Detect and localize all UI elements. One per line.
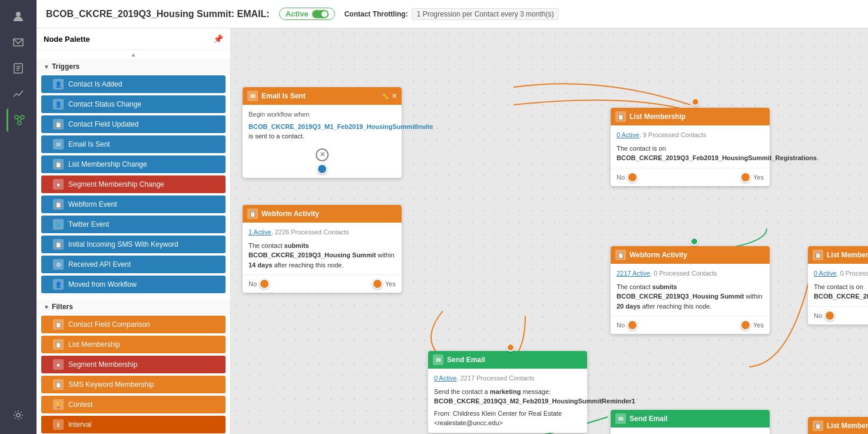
sms-keyword-icon: 📋	[53, 239, 64, 250]
webform-1-body: 1 Active, 2226 Processed Contacts The co…	[243, 223, 402, 274]
trigger-contact-added-label: Contact Is Added	[68, 80, 122, 88]
email-is-sent-node-icon: ✉	[247, 91, 258, 101]
campaign-link[interactable]: BCOB_CKCRE_2019Q3_M1_Feb2019_HousingSumm…	[249, 123, 433, 130]
contact-field-comparison-icon: 📋	[53, 319, 64, 330]
nav-icon-settings[interactable]	[6, 403, 30, 427]
list-membership-2-stats: 0 Active, 0 Processed Contacts	[814, 269, 868, 279]
close-icon[interactable]: ✕	[392, 92, 397, 100]
nav-icon-contacts[interactable]	[6, 57, 30, 80]
list-membership-1-active[interactable]: 0 Active	[617, 131, 640, 138]
send-email-1-from-link[interactable]: Childress Klein Center for Real Estate <…	[434, 410, 562, 427]
send-email-1-type: marketing	[490, 388, 521, 395]
contest-icon: 🏆	[53, 399, 64, 410]
email-is-sent-body: Begin workflow when BCOB_CKCRE_2019Q3_M1…	[243, 105, 402, 146]
trigger-contact-status-change[interactable]: 👤 Contact Status Change	[41, 95, 226, 113]
send-email-2-icon: ✉	[615, 413, 626, 424]
filter-contest[interactable]: 🏆 Contest	[41, 396, 226, 413]
webform-activity-1-header: 📋 Webform Activity	[243, 205, 402, 223]
webform-1-action: submits BCOB_CKCRE_2019Q3_Housing Summit	[249, 242, 376, 259]
webform-1-days: 14 days	[249, 261, 272, 269]
palette-pin-icon[interactable]: 📌	[213, 34, 223, 44]
edit-icon[interactable]: ✏️	[381, 92, 389, 100]
trigger-webform-event[interactable]: 📋 Webform Event	[41, 196, 226, 213]
filter-sms-keyword-membership[interactable]: 📋 SMS Keyword Membership	[41, 376, 226, 393]
webform-2-no-label: No	[617, 322, 625, 329]
triggers-section-header[interactable]: ▼ Triggers	[37, 59, 230, 74]
workflow-canvas[interactable]: ✉ Email Is Sent ✏️ ✕ Begin workflow when…	[231, 28, 868, 434]
filter-list-membership[interactable]: 📋 List Membership	[41, 336, 226, 353]
nav-icon-mail[interactable]	[6, 31, 30, 54]
main-area: BCOB_CKCRE_2019Q3_Housing Summit: EMAIL:…	[37, 0, 868, 434]
webform-2-body: 2217 Active, 0 Processed Contacts The co…	[611, 264, 770, 316]
filters-label: Filters	[52, 303, 73, 311]
webform-1-no-btn: No	[249, 279, 270, 289]
webform-1-active-link[interactable]: 1 Active	[249, 228, 271, 236]
header: BCOB_CKCRE_2019Q3_Housing Summit: EMAIL:…	[37, 0, 868, 28]
email-is-sent-bottom-connector	[243, 164, 402, 178]
filter-contest-label: Contest	[68, 400, 92, 409]
filter-segment-membership[interactable]: ● Segment Membership	[41, 356, 226, 373]
trigger-sms-keyword[interactable]: 📋 Initial Incoming SMS With Keyword	[41, 236, 226, 253]
trigger-segment-membership-change[interactable]: ● Segment Membership Change	[41, 175, 226, 193]
send-email-1-campaign: BCOB_CKCRE_2019Q3_M2_Feb2019_HousingSumm…	[434, 397, 635, 405]
scroll-up[interactable]: ▲	[37, 50, 230, 59]
filter-contact-field-comparison[interactable]: 📋 Contact Field Comparison	[41, 316, 226, 333]
list-membership-2-body: 0 Active, 0 Processed Contacts The conta…	[808, 264, 868, 306]
trigger-list-membership-change-label: List Membership Change	[68, 160, 147, 168]
trigger-received-api[interactable]: ⚙ Received API Event	[41, 256, 226, 273]
left-icon-sidebar	[0, 0, 37, 434]
list-membership-2-no-dot[interactable]	[824, 310, 835, 321]
contact-added-icon: 👤	[53, 79, 64, 90]
filters-section-header[interactable]: ▼ Filters	[37, 299, 230, 314]
webform-2-active[interactable]: 2217 Active	[617, 270, 650, 277]
interval-icon: ℹ	[53, 419, 64, 430]
list-membership-2-header: 📋 List Membership	[808, 246, 868, 264]
webform-1-no-dot[interactable]	[259, 279, 270, 289]
send-email-1-active[interactable]: 0 Active	[434, 375, 457, 382]
x-connector[interactable]: ✕	[316, 148, 329, 161]
trigger-moved-from-workflow[interactable]: 👤 Moved from Workflow	[41, 276, 226, 293]
webform-1-yes-dot[interactable]	[372, 279, 383, 289]
toggle-switch[interactable]	[312, 10, 329, 18]
trigger-contact-is-added[interactable]: 👤 Contact Is Added	[41, 75, 226, 93]
trigger-moved-workflow-label: Moved from Workflow	[68, 280, 137, 289]
list-membership-1-header: 📋 List Membership	[611, 108, 770, 125]
list-membership-1-no-dot[interactable]	[627, 172, 638, 183]
webform-2-no-dot[interactable]	[627, 320, 638, 330]
nav-icon-user[interactable]	[6, 5, 30, 28]
trigger-list-membership-change[interactable]: 📋 List Membership Change	[41, 155, 226, 173]
trigger-email-is-sent[interactable]: ✉ Email Is Sent	[41, 135, 226, 153]
se1-top-dot	[506, 343, 515, 353]
list-membership-2-active[interactable]: 0 Active	[814, 270, 837, 277]
list-membership-2-description: The contact is on BCOB_CKCRE_2019Q3_Feb2…	[814, 282, 868, 302]
webform-2-yes-dot[interactable]	[740, 320, 751, 330]
begin-workflow-text: Begin workflow when	[249, 110, 396, 120]
svg-point-12	[16, 413, 20, 417]
webform-2-footer: No Yes	[611, 316, 770, 334]
filter-segment-membership-icon: ●	[53, 359, 64, 370]
svg-line-11	[20, 119, 22, 122]
trigger-contact-status-label: Contact Status Change	[68, 100, 141, 108]
nav-icon-workflows[interactable]	[6, 108, 30, 132]
trigger-segment-membership-change-label: Segment Membership Change	[68, 180, 164, 188]
trigger-sms-keyword-label: Initial Incoming SMS With Keyword	[68, 240, 178, 249]
palette-header: Node Palette 📌	[37, 28, 230, 50]
trigger-contact-field-label: Contact Field Updated	[68, 120, 138, 128]
trigger-twitter-event[interactable]: 🐦 Twitter Event	[41, 216, 226, 233]
trigger-contact-field-updated[interactable]: 📋 Contact Field Updated	[41, 115, 226, 133]
sent-to-contact-text: is sent to a contact.	[249, 132, 304, 140]
nav-icon-analytics[interactable]	[6, 82, 30, 106]
list-membership-3-header: 📋 List Membership	[808, 417, 868, 434]
active-toggle[interactable]: Active	[279, 8, 335, 20]
svg-point-8	[18, 121, 21, 125]
list-membership-1-yes-dot[interactable]	[740, 172, 751, 183]
contact-field-icon: 📋	[53, 119, 64, 130]
bottom-dot[interactable]	[317, 164, 327, 174]
list-membership-3-icon: 📋	[813, 420, 823, 431]
trigger-email-sent-label: Email Is Sent	[68, 140, 110, 148]
list-membership-1-body: 0 Active, 9 Processed Contacts The conta…	[611, 125, 770, 168]
filter-interval[interactable]: ℹ Interval	[41, 416, 226, 433]
svg-point-0	[16, 12, 21, 16]
webform-1-yes-label: Yes	[385, 280, 396, 287]
active-label: Active	[286, 9, 309, 18]
